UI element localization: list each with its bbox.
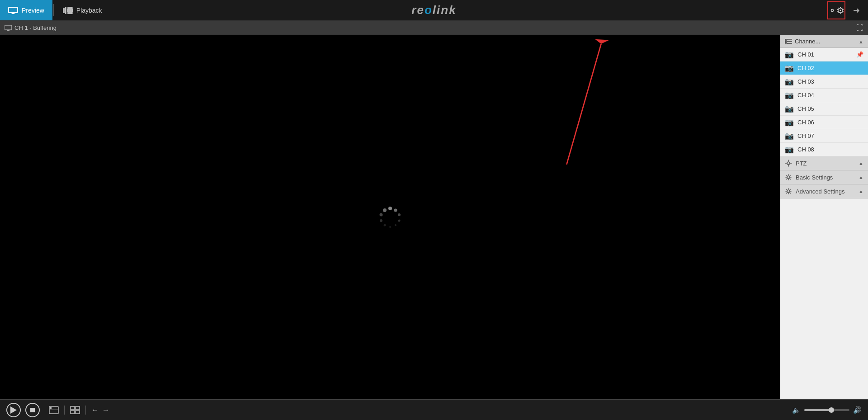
volume-area: 🔈 🔊 bbox=[792, 406, 862, 414]
tab-playback-label: Playback bbox=[76, 7, 102, 14]
tab-preview-label: Preview bbox=[22, 7, 44, 14]
svg-rect-2 bbox=[11, 14, 15, 14]
svg-rect-39 bbox=[75, 406, 80, 410]
svg-rect-38 bbox=[71, 406, 75, 410]
channel-list-chevron: ▲ bbox=[859, 39, 863, 44]
svg-point-32 bbox=[787, 176, 790, 179]
logout-button[interactable]: ➜ bbox=[847, 1, 865, 19]
svg-rect-11 bbox=[7, 30, 9, 31]
channel-label-02: CH 02 bbox=[797, 65, 814, 71]
bottom-bar: ← → 🔈 🔊 bbox=[0, 399, 868, 420]
channel-item-07[interactable]: 📷 CH 07 bbox=[780, 129, 868, 143]
svg-rect-28 bbox=[787, 41, 792, 42]
camera-icon-08: 📷 bbox=[785, 145, 794, 154]
svg-point-18 bbox=[383, 224, 386, 226]
camera-icon-01: 📷 bbox=[785, 50, 794, 59]
channel-item-08[interactable]: 📷 CH 08 bbox=[780, 143, 868, 156]
advanced-settings-section[interactable]: Advanced Settings ▲ bbox=[780, 184, 868, 198]
svg-line-22 bbox=[566, 44, 601, 165]
svg-point-31 bbox=[787, 162, 790, 165]
svg-rect-1 bbox=[12, 13, 14, 14]
svg-point-16 bbox=[395, 224, 396, 226]
svg-rect-26 bbox=[787, 39, 792, 40]
layout-divider bbox=[64, 406, 65, 415]
channel-item-03[interactable]: 📷 CH 03 bbox=[780, 75, 868, 89]
channel-label-04: CH 04 bbox=[797, 92, 814, 99]
topbar-center: reolink bbox=[411, 3, 456, 17]
volume-thumb[interactable] bbox=[829, 407, 834, 413]
layout-quad-button[interactable] bbox=[70, 406, 80, 415]
tab-divider bbox=[53, 4, 54, 16]
svg-point-20 bbox=[379, 213, 382, 216]
ptz-label: PTZ bbox=[796, 160, 807, 167]
stop-icon bbox=[30, 408, 35, 412]
svg-marker-23 bbox=[595, 39, 609, 44]
volume-low-icon: 🔈 bbox=[792, 406, 801, 414]
channel-label-07: CH 07 bbox=[797, 132, 814, 139]
camera-icon-06: 📷 bbox=[785, 118, 794, 127]
preview-icon bbox=[8, 7, 18, 14]
svg-rect-30 bbox=[787, 43, 792, 44]
pin-icon-01: 📌 bbox=[856, 51, 863, 58]
svg-point-21 bbox=[383, 208, 387, 212]
advanced-settings-chevron: ▲ bbox=[859, 189, 863, 194]
tab-preview[interactable]: Preview bbox=[0, 0, 52, 20]
layout-arrow-right[interactable]: → bbox=[102, 406, 109, 415]
svg-rect-27 bbox=[785, 41, 787, 43]
svg-rect-8 bbox=[72, 7, 73, 9]
svg-point-33 bbox=[787, 190, 790, 193]
channel-item-02[interactable]: 📷 CH 02 bbox=[780, 61, 868, 75]
svg-point-14 bbox=[398, 213, 401, 216]
play-button[interactable] bbox=[6, 403, 21, 417]
ptz-section[interactable]: PTZ ▲ bbox=[780, 156, 868, 170]
svg-rect-36 bbox=[50, 407, 52, 409]
svg-rect-0 bbox=[9, 7, 18, 13]
topbar: Preview Playback reolink bbox=[0, 0, 868, 21]
topbar-right: ⚙ ➜ bbox=[827, 1, 868, 19]
camera-icon-05: 📷 bbox=[785, 104, 794, 113]
svg-point-17 bbox=[389, 226, 391, 228]
svg-rect-3 bbox=[63, 8, 65, 13]
svg-point-15 bbox=[398, 219, 400, 222]
svg-rect-25 bbox=[787, 39, 792, 40]
svg-rect-29 bbox=[785, 43, 787, 44]
channel-list-header-label: Channe... bbox=[795, 38, 820, 45]
camera-icon-04: 📷 bbox=[785, 91, 794, 99]
channel-item-01[interactable]: 📷 CH 01 📌 bbox=[780, 48, 868, 61]
channel-label-06: CH 06 bbox=[797, 119, 814, 126]
channel-status: CH 1 - Buffering bbox=[5, 24, 57, 31]
stop-button[interactable] bbox=[25, 403, 40, 417]
channel-item-05[interactable]: 📷 CH 05 bbox=[780, 102, 868, 116]
video-area bbox=[0, 35, 780, 399]
playback-icon bbox=[63, 7, 73, 14]
logo: reolink bbox=[411, 3, 456, 17]
channel-label-01: CH 01 bbox=[797, 51, 814, 58]
layout-single-button[interactable] bbox=[49, 406, 59, 415]
right-panel: Channe... ▲ 📷 CH 01 📌 📷 CH 02 📷 CH 03 📷 … bbox=[780, 35, 868, 399]
layout-arrow-left[interactable]: ← bbox=[91, 406, 99, 415]
settings-button[interactable]: ⚙ bbox=[827, 1, 845, 19]
channel-item-06[interactable]: 📷 CH 06 bbox=[780, 116, 868, 129]
volume-fill bbox=[804, 409, 831, 411]
channel-status-text: CH 1 - Buffering bbox=[14, 24, 57, 31]
volume-slider[interactable] bbox=[804, 409, 849, 411]
basic-settings-section[interactable]: Basic Settings ▲ bbox=[780, 170, 868, 184]
channel-label-03: CH 03 bbox=[797, 78, 814, 85]
basic-settings-chevron: ▲ bbox=[859, 175, 863, 180]
svg-marker-34 bbox=[10, 406, 17, 414]
ptz-chevron: ▲ bbox=[859, 160, 863, 166]
svg-point-19 bbox=[380, 219, 382, 222]
subheader: CH 1 - Buffering ⛶ bbox=[0, 21, 868, 35]
svg-rect-6 bbox=[67, 7, 68, 9]
svg-rect-9 bbox=[72, 12, 73, 14]
advanced-settings-label: Advanced Settings bbox=[796, 188, 844, 195]
svg-rect-10 bbox=[5, 25, 12, 30]
camera-icon-07: 📷 bbox=[785, 132, 794, 140]
loading-spinner bbox=[377, 204, 404, 231]
fullscreen-icon[interactable]: ⛶ bbox=[856, 24, 863, 32]
subheader-right: ⛶ bbox=[856, 24, 863, 32]
channel-label-05: CH 05 bbox=[797, 105, 814, 112]
tab-playback[interactable]: Playback bbox=[55, 0, 110, 20]
channel-item-04[interactable]: 📷 CH 04 bbox=[780, 89, 868, 102]
channel-list-header[interactable]: Channe... ▲ bbox=[780, 35, 868, 48]
